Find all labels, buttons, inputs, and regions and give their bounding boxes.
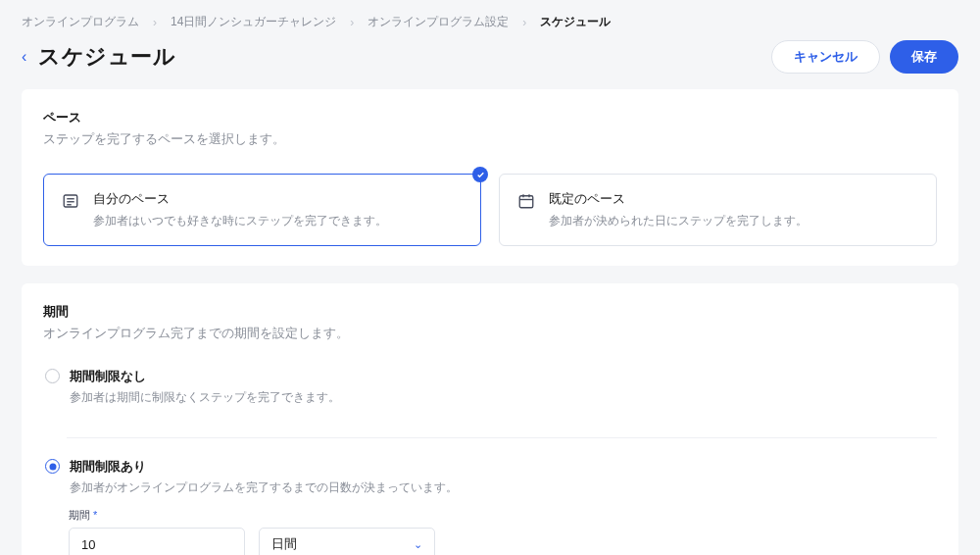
chevron-right-icon: › [522, 16, 526, 29]
cancel-button[interactable]: キャンセル [771, 40, 880, 74]
pace-section: ペース ステップを完了するペースを選択します。 自分のペース 参加者はいつでも好… [22, 89, 958, 266]
calendar-icon [517, 192, 535, 210]
section-title: 期間 [43, 303, 937, 321]
pace-option-title: 自分のペース [93, 190, 463, 208]
field-label: 期間* [69, 508, 937, 523]
select-value: 日間 [271, 535, 297, 553]
pace-option-desc: 参加者が決められた日にステップを完了します。 [549, 213, 918, 229]
breadcrumb: オンラインプログラム › 14日間ノンシュガーチャレンジ › オンラインプログラ… [0, 0, 980, 38]
back-arrow-icon[interactable]: ‹ [22, 49, 26, 65]
breadcrumb-item[interactable]: オンラインプログラム [22, 14, 139, 30]
page-title: スケジュール [38, 42, 175, 72]
section-desc: オンラインプログラム完了までの期間を設定します。 [43, 326, 937, 342]
pace-option-own[interactable]: 自分のペース 参加者はいつでも好きな時にステップを完了できます。 [43, 174, 481, 246]
radio-unchecked-icon [45, 369, 60, 383]
svg-rect-4 [519, 196, 533, 208]
duration-option-unlimited[interactable]: 期間制限なし 参加者は期間に制限なくステップを完了できます。 [45, 368, 937, 406]
pace-option-default[interactable]: 既定のペース 参加者が決められた日にステップを完了します。 [499, 174, 937, 246]
breadcrumb-item-current: スケジュール [540, 14, 611, 30]
list-icon [62, 192, 79, 210]
breadcrumb-item[interactable]: 14日間ノンシュガーチャレンジ [171, 14, 336, 30]
save-button[interactable]: 保存 [890, 40, 958, 74]
period-unit-select[interactable]: 日間 ⌄ [259, 528, 435, 555]
duration-section: 期間 オンラインプログラム完了までの期間を設定します。 期間制限なし 参加者は期… [22, 283, 958, 555]
pace-option-desc: 参加者はいつでも好きな時にステップを完了できます。 [93, 213, 463, 229]
radio-desc: 参加者がオンラインプログラムを完了するまでの日数が決まっています。 [70, 479, 937, 496]
duration-option-limited[interactable]: 期間制限あり 参加者がオンラインプログラムを完了するまでの日数が決まっています。 [45, 458, 937, 496]
chevron-right-icon: › [350, 16, 354, 29]
section-desc: ステップを完了するペースを選択します。 [43, 131, 937, 148]
radio-desc: 参加者は期間に制限なくステップを完了できます。 [70, 389, 937, 406]
chevron-right-icon: › [153, 16, 157, 29]
chevron-down-icon: ⌄ [414, 538, 422, 551]
check-badge-icon [472, 167, 488, 182]
pace-option-title: 既定のペース [549, 190, 918, 208]
radio-checked-icon [45, 459, 60, 474]
divider [67, 437, 937, 438]
breadcrumb-item[interactable]: オンラインプログラム設定 [368, 14, 509, 30]
page-header: ‹ スケジュール キャンセル 保存 [0, 38, 980, 89]
section-title: ペース [43, 109, 937, 126]
period-value-input[interactable] [69, 528, 245, 555]
radio-title: 期間制限あり [70, 458, 937, 476]
radio-title: 期間制限なし [70, 368, 937, 385]
